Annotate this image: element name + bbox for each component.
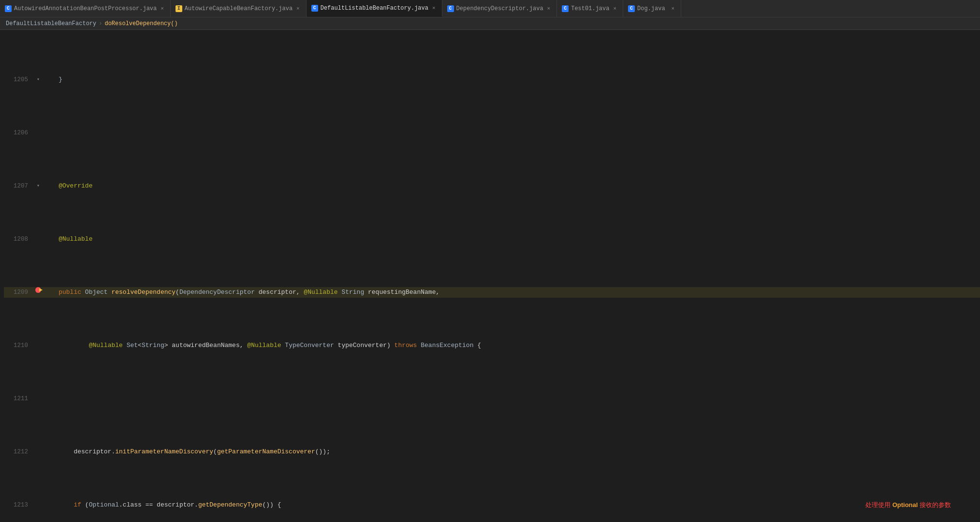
tab-label-default-listable: DefaultListableBeanFactory.java [321, 5, 428, 12]
line-number-1207: 1207 [4, 181, 33, 191]
tab-label-autowire-capable: AutowireCapableBeanFactory.java [185, 5, 293, 12]
line-text-1212: descriptor.initParameterNameDiscovery(ge… [44, 447, 980, 457]
line-text-1210: @Nullable Set<String> autowiredBeanNames… [44, 340, 980, 351]
code-content[interactable]: 1205 ▾ } 1206 1207 ▾ @Override 1208 [0, 30, 980, 522]
fold-icon-1207: ▾ [37, 181, 40, 191]
tab-close-autowire-capable[interactable]: × [295, 5, 301, 12]
line-text-1208: @Nullable [44, 234, 980, 245]
code-line-1211: 1211 [4, 393, 980, 404]
line-number-1210: 1210 [4, 340, 33, 351]
line-number-1211: 1211 [4, 393, 33, 404]
breadcrumb-class: DefaultListableBeanFactory [6, 20, 96, 27]
comment-1213: 处理使用 Optional 接收的参数 [865, 500, 951, 510]
tab-icon-dog: C [628, 5, 635, 12]
line-text-1206 [44, 128, 980, 138]
code-area: 1205 ▾ } 1206 1207 ▾ @Override 1208 [0, 30, 980, 522]
line-number-1209: 1209 [4, 287, 33, 298]
tab-close-autowired[interactable]: × [159, 5, 165, 12]
tab-autowired[interactable]: C AutowiredAnnotationBeanPostProcessor.j… [0, 0, 171, 17]
tab-bar: C AutowiredAnnotationBeanPostProcessor.j… [0, 0, 980, 17]
breadcrumb-method: doResolveDependency() [104, 20, 177, 27]
code-line-1206: 1206 [4, 128, 980, 138]
line-text-1209: public Object resolveDependency(Dependen… [44, 287, 980, 298]
line-text-1205: } [44, 74, 980, 85]
tab-label-dependency-descriptor: DependencyDescriptor.java [456, 5, 543, 12]
tab-dog[interactable]: C Dog.java × [623, 0, 681, 17]
code-line-1205: 1205 ▾ } [4, 74, 980, 85]
tab-label-dog: Dog.java [637, 5, 665, 12]
line-number-1205: 1205 [4, 74, 33, 85]
tab-default-listable[interactable]: C DefaultListableBeanFactory.java × [307, 0, 442, 17]
ide-window: C AutowiredAnnotationBeanPostProcessor.j… [0, 0, 980, 522]
tab-close-dependency-descriptor[interactable]: × [546, 5, 552, 12]
line-text-1207: @Override [44, 181, 980, 191]
code-line-1209: 1209 ▶ public Object resolveDependency(D… [4, 287, 980, 298]
tab-label-autowired: AutowiredAnnotationBeanPostProcessor.jav… [14, 5, 157, 12]
fold-icon-1205: ▾ [37, 74, 40, 85]
code-line-1213: 1213 if (Optional.class == descriptor.ge… [4, 500, 980, 510]
tab-close-test01[interactable]: × [612, 5, 618, 12]
gutter-1205: ▾ [33, 74, 44, 85]
tab-icon-autowire-capable: I [176, 5, 182, 12]
breadcrumb-separator: › [99, 20, 102, 27]
tab-label-test01: Test01.java [571, 5, 609, 12]
gutter-1207: ▾ [33, 181, 44, 191]
tab-icon-default-listable: C [311, 5, 318, 12]
line-number-1208: 1208 [4, 234, 33, 245]
line-text-1211 [44, 393, 980, 404]
line-number-1213: 1213 [4, 500, 33, 510]
line-number-1212: 1212 [4, 447, 33, 457]
arrow-icon-1209: ▶ [39, 285, 43, 295]
breadcrumb: DefaultListableBeanFactory › doResolveDe… [0, 17, 980, 30]
tab-close-dog[interactable]: × [670, 5, 676, 12]
tab-close-default-listable[interactable]: × [431, 5, 437, 12]
code-line-1210: 1210 @Nullable Set<String> autowiredBean… [4, 340, 980, 351]
tab-icon-test01: C [562, 5, 569, 12]
tab-icon-autowired: C [5, 5, 12, 12]
tab-icon-dependency-descriptor: C [447, 5, 454, 12]
code-line-1212: 1212 descriptor.initParameterNameDiscove… [4, 447, 980, 457]
code-line-1207: 1207 ▾ @Override [4, 181, 980, 191]
tab-autowire-capable[interactable]: I AutowireCapableBeanFactory.java × [171, 0, 307, 17]
tab-dependency-descriptor[interactable]: C DependencyDescriptor.java × [442, 0, 557, 17]
line-text-1213: if (Optional.class == descriptor.getDepe… [44, 500, 980, 510]
code-line-1208: 1208 @Nullable [4, 234, 980, 245]
gutter-1209: ▶ [33, 287, 44, 293]
tab-test01[interactable]: C Test01.java × [557, 0, 623, 17]
line-number-1206: 1206 [4, 128, 33, 138]
